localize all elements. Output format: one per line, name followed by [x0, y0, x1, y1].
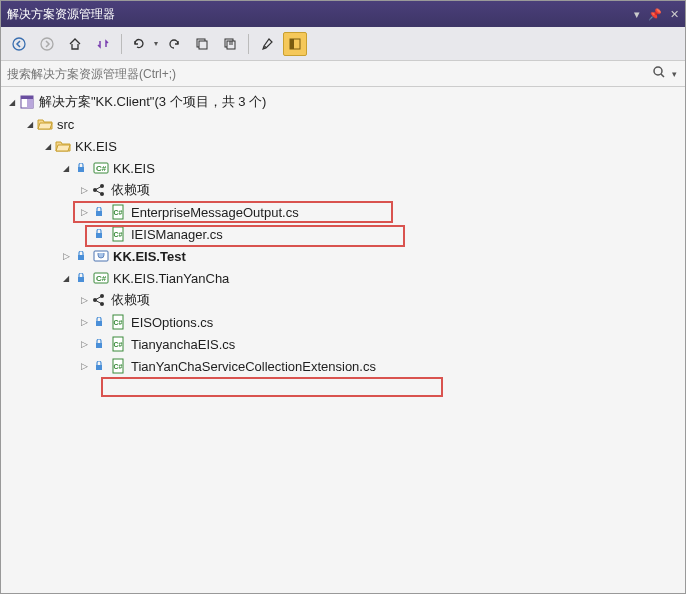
- svg-line-22: [95, 186, 102, 190]
- csharp-file-icon: C#: [111, 358, 127, 374]
- project-kkeis-test[interactable]: KK.EIS.Test: [1, 245, 685, 267]
- lock-icon: [73, 270, 89, 286]
- folder-src[interactable]: src: [1, 113, 685, 135]
- svg-rect-10: [290, 39, 294, 49]
- project-label: KK.EIS: [113, 161, 155, 176]
- show-all-files-button[interactable]: [218, 32, 242, 56]
- file-label: TianYanChaServiceCollectionExtension.cs: [131, 359, 376, 374]
- refresh-button[interactable]: [128, 32, 152, 56]
- svg-line-38: [95, 296, 102, 300]
- lock-icon: [91, 358, 107, 374]
- node-label: 依赖项: [111, 181, 150, 199]
- file-enterprisemessageoutput[interactable]: C# EnterpriseMessageOutput.cs: [1, 201, 685, 223]
- toolbar-separator: [121, 34, 122, 54]
- svg-text:C#: C#: [114, 319, 123, 326]
- expand-toggle[interactable]: [5, 95, 19, 109]
- project-label: KK.EIS.Test: [113, 249, 186, 264]
- solution-tree: 解决方案"KK.Client"(3 个项目，共 3 个) src KK.EIS …: [1, 87, 685, 594]
- node-label: 依赖项: [111, 291, 150, 309]
- svg-line-23: [95, 190, 102, 194]
- csharp-file-icon: C#: [111, 314, 127, 330]
- toolbar-separator: [248, 34, 249, 54]
- expand-toggle[interactable]: [77, 337, 91, 351]
- folder-open-icon: [55, 138, 71, 154]
- window-buttons: ▾ 📌 ✕: [634, 8, 679, 21]
- svg-rect-30: [78, 255, 84, 260]
- svg-rect-43: [96, 343, 102, 348]
- expand-toggle[interactable]: [77, 183, 91, 197]
- folder-label: src: [57, 117, 74, 132]
- expand-toggle[interactable]: [77, 315, 91, 329]
- pin-icon[interactable]: 📌: [648, 8, 662, 21]
- csharp-project-icon: C#: [93, 270, 109, 286]
- project-kkeis-tianyancha[interactable]: C# KK.EIS.TianYanCha: [1, 267, 685, 289]
- expand-toggle[interactable]: [59, 161, 73, 175]
- svg-point-11: [654, 67, 662, 75]
- test-project-icon: [93, 248, 109, 264]
- folder-open-icon: [37, 116, 53, 132]
- collapse-all-button[interactable]: [190, 32, 214, 56]
- svg-rect-32: [78, 277, 84, 282]
- svg-line-12: [661, 74, 664, 77]
- file-ieismanager[interactable]: C# IEISManager.cs: [1, 223, 685, 245]
- forward-button[interactable]: [35, 32, 59, 56]
- svg-point-1: [41, 38, 53, 50]
- expand-toggle[interactable]: [41, 139, 55, 153]
- svg-text:C#: C#: [114, 363, 123, 370]
- search-icon[interactable]: [648, 65, 670, 82]
- svg-rect-40: [96, 321, 102, 326]
- sync-button[interactable]: [91, 32, 115, 56]
- file-label: TianyanchaEIS.cs: [131, 337, 235, 352]
- csharp-file-icon: C#: [111, 204, 127, 220]
- svg-line-39: [95, 300, 102, 304]
- back-button[interactable]: [7, 32, 31, 56]
- expand-toggle[interactable]: [77, 205, 91, 219]
- svg-text:C#: C#: [96, 164, 107, 173]
- search-input[interactable]: [7, 67, 648, 81]
- properties-button[interactable]: [255, 32, 279, 56]
- lock-icon: [73, 248, 89, 264]
- toolbar: ▾: [1, 27, 685, 61]
- window-menu-icon[interactable]: ▾: [634, 8, 640, 21]
- title-bar: 解决方案资源管理器 ▾ 📌 ✕: [1, 1, 685, 27]
- expand-toggle[interactable]: [23, 117, 37, 131]
- svg-rect-15: [27, 99, 33, 108]
- undo-pending-button[interactable]: [162, 32, 186, 56]
- preview-button[interactable]: [283, 32, 307, 56]
- svg-rect-24: [96, 211, 102, 216]
- file-eisoptions[interactable]: C# EISOptions.cs: [1, 311, 685, 333]
- svg-rect-3: [199, 41, 207, 49]
- lock-icon: [73, 160, 89, 176]
- svg-rect-27: [96, 233, 102, 238]
- file-tianyanchaeis[interactable]: C# TianyanchaEIS.cs: [1, 333, 685, 355]
- lock-icon: [91, 226, 107, 242]
- project-kkeis[interactable]: C# KK.EIS: [1, 157, 685, 179]
- folder-label: KK.EIS: [75, 139, 117, 154]
- home-button[interactable]: [63, 32, 87, 56]
- search-bar: ▾: [1, 61, 685, 87]
- lock-icon: [91, 336, 107, 352]
- lock-icon: [91, 204, 107, 220]
- file-label: EISOptions.cs: [131, 315, 213, 330]
- dropdown-caret-icon[interactable]: ▾: [154, 39, 158, 48]
- solution-icon: [19, 94, 35, 110]
- search-dropdown-icon[interactable]: ▾: [670, 69, 679, 79]
- dependencies-node[interactable]: 依赖项: [1, 179, 685, 201]
- expand-toggle[interactable]: [59, 271, 73, 285]
- csharp-project-icon: C#: [93, 160, 109, 176]
- svg-point-0: [13, 38, 25, 50]
- svg-rect-14: [21, 96, 33, 99]
- project-label: KK.EIS.TianYanCha: [113, 271, 229, 286]
- csharp-file-icon: C#: [111, 336, 127, 352]
- expand-toggle[interactable]: [59, 249, 73, 263]
- expand-toggle[interactable]: [77, 293, 91, 307]
- close-icon[interactable]: ✕: [670, 8, 679, 21]
- solution-label: 解决方案"KK.Client"(3 个项目，共 3 个): [39, 93, 266, 111]
- svg-text:C#: C#: [114, 209, 123, 216]
- folder-kkeis[interactable]: KK.EIS: [1, 135, 685, 157]
- file-tianyanchaservicecollectionextension[interactable]: C# TianYanChaServiceCollectionExtension.…: [1, 355, 685, 377]
- expand-toggle[interactable]: [77, 359, 91, 373]
- solution-node[interactable]: 解决方案"KK.Client"(3 个项目，共 3 个): [1, 91, 685, 113]
- dependencies-node[interactable]: 依赖项: [1, 289, 685, 311]
- dependencies-icon: [91, 182, 107, 198]
